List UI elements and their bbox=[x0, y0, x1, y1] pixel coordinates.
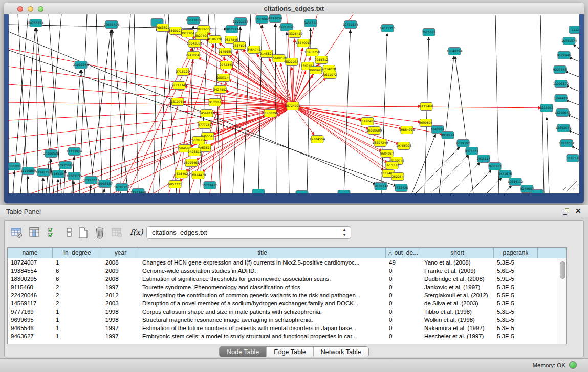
table-cell[interactable]: 6 bbox=[53, 275, 102, 283]
table-cell[interactable]: 5.3E-5 bbox=[494, 332, 538, 340]
table-cell[interactable]: Jankovic et al. (1997) bbox=[421, 283, 494, 291]
table-cell[interactable]: 0 bbox=[386, 332, 421, 340]
table-cell[interactable]: Yano et al. (2008) bbox=[421, 258, 494, 267]
table-cell[interactable]: 49 bbox=[386, 258, 421, 267]
table-cell[interactable]: 5.5E-5 bbox=[494, 291, 538, 299]
column-header-in_degree[interactable]: in_degree bbox=[53, 248, 102, 258]
table-cell[interactable]: 2012 bbox=[102, 291, 139, 299]
table-cell[interactable]: Tourette syndrome. Phenomenology and cla… bbox=[139, 283, 386, 291]
select-rows-icon[interactable] bbox=[47, 227, 60, 240]
table-cell[interactable]: 9465546 bbox=[8, 324, 53, 332]
table-cell[interactable]: 2 bbox=[53, 283, 102, 291]
table-cell[interactable]: de Silva et al. (2003) bbox=[421, 299, 494, 308]
table-row[interactable]: 1872400712008Changes of HCN gene express… bbox=[8, 258, 566, 267]
table-cell[interactable]: Estimation of significance thresholds fo… bbox=[139, 275, 386, 283]
table-row[interactable]: 946362711997Embryonic stem cells: a mode… bbox=[8, 332, 566, 340]
memory-status-icon[interactable] bbox=[569, 361, 577, 369]
table-cell[interactable]: 5.3E-5 bbox=[494, 324, 538, 332]
window-titlebar[interactable]: citations_edges.txt bbox=[4, 3, 584, 14]
table-cell[interactable]: 5.3E-5 bbox=[494, 258, 538, 267]
table-cell[interactable]: 0 bbox=[386, 275, 421, 283]
table-cell[interactable]: 5.3E-5 bbox=[494, 299, 538, 308]
table-row[interactable]: 911546021997Tourette syndrome. Phenomeno… bbox=[8, 283, 566, 291]
graph-node[interactable] bbox=[338, 190, 350, 194]
table-cell[interactable]: 5.3E-5 bbox=[494, 283, 538, 291]
table-cell[interactable]: 2003 bbox=[102, 299, 139, 308]
table-cell[interactable]: 1 bbox=[53, 316, 102, 324]
column-header-out_de[interactable]: △out_de... bbox=[386, 248, 421, 258]
table-cell[interactable]: 1997 bbox=[102, 324, 139, 332]
column-header-short[interactable]: short bbox=[421, 248, 494, 258]
table-cell[interactable]: 5.3E-5 bbox=[494, 308, 538, 316]
table-cell[interactable]: Estimation of the future numbers of pati… bbox=[139, 324, 386, 332]
table-selector-dropdown[interactable]: citations_edges.txt ▲▼ bbox=[146, 226, 351, 239]
table-cell[interactable]: Investigating the contribution of common… bbox=[139, 291, 386, 299]
table-cell[interactable]: Nakamura et al. (1997) bbox=[421, 324, 494, 332]
scrollbar-thumb[interactable] bbox=[560, 261, 565, 279]
table-row[interactable]: 1938455462009Genome-wide association stu… bbox=[8, 267, 566, 275]
table-cell[interactable]: Disruption of a novel member of a sodium… bbox=[139, 299, 386, 308]
table-cell[interactable]: 9699695 bbox=[8, 316, 53, 324]
table-cell[interactable]: Stergiakouli et al. (2012) bbox=[421, 291, 494, 299]
table-cell[interactable]: Franke et al. (2009) bbox=[421, 267, 494, 275]
column-header-title[interactable]: title bbox=[139, 248, 386, 258]
tab-network-table[interactable]: Network Table bbox=[314, 347, 368, 357]
table-cell[interactable]: 0 bbox=[386, 316, 421, 324]
table-cell[interactable]: 5.3E-5 bbox=[494, 316, 538, 324]
table-cell[interactable]: 1998 bbox=[102, 308, 139, 316]
table-cell[interactable]: 0 bbox=[386, 267, 421, 275]
graph-node[interactable] bbox=[296, 191, 308, 194]
table-cell[interactable]: 5.9E-5 bbox=[494, 275, 538, 283]
network-canvas[interactable]: 2405572420691406160338091065328715276028… bbox=[9, 14, 579, 193]
table-cell[interactable]: 1997 bbox=[102, 283, 139, 291]
table-cell[interactable]: Hescheler et al. (1997) bbox=[421, 332, 494, 340]
table-cell[interactable]: 0 bbox=[386, 291, 421, 299]
table-row[interactable]: 2242004622012Investigating the contribut… bbox=[8, 291, 566, 299]
table-cell[interactable]: 18300295 bbox=[8, 275, 53, 283]
table-row[interactable]: 1456911722003Disruption of a novel membe… bbox=[8, 299, 566, 308]
graph-node[interactable] bbox=[531, 190, 543, 194]
table-cell[interactable]: 2009 bbox=[102, 267, 139, 275]
table-cell[interactable]: Genome-wide association studies in ADHD. bbox=[139, 267, 386, 275]
table-cell[interactable]: Changes of HCN gene expression and I(f) … bbox=[139, 258, 386, 267]
table-cell[interactable]: 19384554 bbox=[8, 267, 53, 275]
table-cell[interactable]: 22420046 bbox=[8, 291, 53, 299]
delete-table-icon[interactable] bbox=[94, 227, 107, 240]
table-cell[interactable]: 2008 bbox=[102, 258, 139, 267]
table-cell[interactable]: 5.6E-5 bbox=[494, 267, 538, 275]
table-cell[interactable]: 0 bbox=[386, 299, 421, 308]
column-header-year[interactable]: year bbox=[102, 248, 139, 258]
new-table-icon[interactable] bbox=[77, 227, 91, 240]
graph-node[interactable] bbox=[252, 189, 265, 194]
table-cell[interactable]: 9777169 bbox=[8, 308, 53, 316]
table-cell[interactable]: 1998 bbox=[102, 316, 139, 324]
tab-edge-table[interactable]: Edge Table bbox=[267, 347, 313, 357]
table-row[interactable]: 1830029562008Estimation of significance … bbox=[8, 275, 566, 283]
table-cell[interactable]: 18724007 bbox=[8, 258, 53, 267]
row-height-icon[interactable] bbox=[63, 227, 77, 240]
table-cell[interactable]: 1 bbox=[53, 308, 102, 316]
table-cell[interactable]: 0 bbox=[386, 283, 421, 291]
table-cell[interactable]: 9463627 bbox=[8, 332, 53, 340]
float-panel-icon[interactable] bbox=[563, 208, 570, 215]
table-row[interactable]: 977716911998Corpus callosum shape and si… bbox=[8, 308, 566, 316]
table-cell[interactable]: 6 bbox=[53, 267, 102, 275]
table-cell[interactable]: 2 bbox=[53, 299, 102, 308]
table-cell[interactable]: 9115460 bbox=[8, 283, 53, 291]
table-cell[interactable]: Structural magnetic resonance image aver… bbox=[139, 316, 386, 324]
table-row[interactable]: 946554611997Estimation of the future num… bbox=[8, 324, 566, 332]
table-cell[interactable]: Tibbo et al. (1998) bbox=[421, 308, 494, 316]
function-builder-icon[interactable]: f(x) bbox=[130, 228, 143, 241]
table-cell[interactable]: Wolkin et al. (1998) bbox=[421, 316, 494, 324]
column-header-pagerank[interactable]: pagerank bbox=[494, 248, 538, 258]
vertical-scrollbar[interactable] bbox=[559, 258, 566, 344]
table-cell[interactable]: Dudbridge et al. (2008) bbox=[421, 275, 494, 283]
table-settings-icon[interactable] bbox=[11, 227, 24, 240]
table-row[interactable]: 969969511998Structural magnetic resonanc… bbox=[8, 316, 566, 324]
table-cell[interactable]: 2008 bbox=[102, 275, 139, 283]
tab-node-table[interactable]: Node Table bbox=[220, 347, 267, 357]
import-table-icon[interactable] bbox=[111, 227, 124, 240]
table-cell[interactable]: 1 bbox=[53, 324, 102, 332]
table-cell[interactable]: 0 bbox=[386, 308, 421, 316]
close-panel-icon[interactable]: ✕ bbox=[575, 207, 581, 215]
